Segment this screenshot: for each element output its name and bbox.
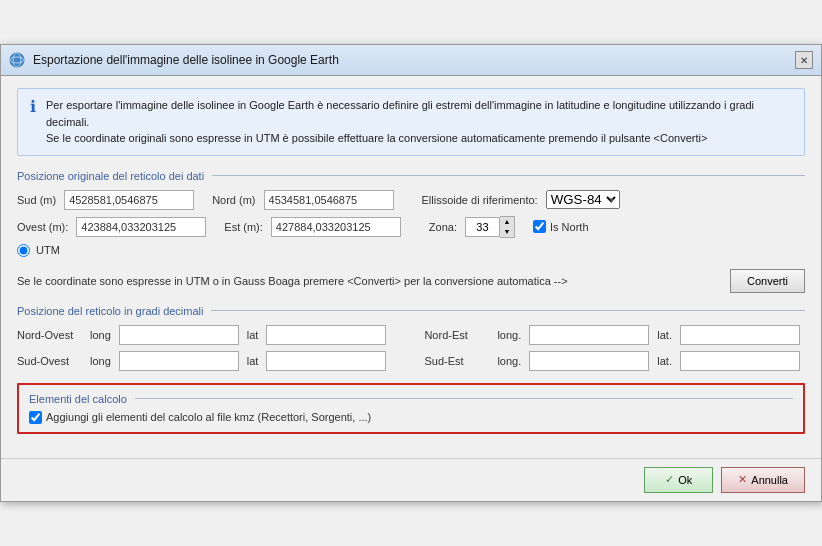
nord-est-lat-input[interactable] [680, 325, 800, 345]
posizione-gradi-section: Posizione del reticolo in gradi decimali… [17, 305, 805, 371]
sud-label: Sud (m) [17, 194, 56, 206]
converti-button[interactable]: Converti [730, 269, 805, 293]
window-icon [9, 52, 25, 68]
nord-label: Nord (m) [212, 194, 255, 206]
nord-est-long-input[interactable] [529, 325, 649, 345]
window-title: Esportazione dell'immagine delle isoline… [33, 53, 339, 67]
nord-ovest-lat-input[interactable] [266, 325, 386, 345]
zona-input[interactable] [465, 217, 500, 237]
titlebar: Esportazione dell'immagine delle isoline… [1, 45, 821, 76]
ovest-input[interactable] [76, 217, 206, 237]
utm-radio[interactable] [17, 244, 30, 257]
zona-up-button[interactable]: ▲ [500, 217, 514, 227]
info-box: ℹ Per esportare l'immagine delle isoline… [17, 88, 805, 156]
utm-radio-row: UTM [17, 244, 805, 257]
ellissoide-label: Ellissoide di riferimento: [422, 194, 538, 206]
posizione-originale-title: Posizione originale del reticolo dei dat… [17, 170, 805, 182]
nord-est-lat-label: lat. [657, 329, 672, 341]
sud-ovest-long-label: long [90, 355, 111, 367]
sud-est-long-label: long. [497, 355, 521, 367]
ellissoide-wrapper: WGS-84 [546, 190, 620, 209]
sud-est-long-input[interactable] [529, 351, 649, 371]
nord-ovest-lat-label: lat [247, 329, 259, 341]
footer: ✓ Ok ✕ Annulla [1, 458, 821, 501]
zona-spinner-buttons: ▲ ▼ [500, 216, 515, 238]
est-input[interactable] [271, 217, 401, 237]
gradi-row1: Nord-Ovest long lat Nord-Est long. lat. [17, 325, 805, 345]
nord-est-long-label: long. [497, 329, 521, 341]
converti-text: Se le coordinate sono espresse in UTM o … [17, 275, 720, 287]
sud-input[interactable] [64, 190, 194, 210]
nord-ovest-long-input[interactable] [119, 325, 239, 345]
titlebar-left: Esportazione dell'immagine delle isoline… [9, 52, 339, 68]
gradi-row2: Sud-Ovest long lat Sud-Est long. lat. [17, 351, 805, 371]
sud-ovest-label: Sud-Ovest [17, 355, 82, 367]
close-button[interactable]: ✕ [795, 51, 813, 69]
calc-checkbox-row: Aggiungi gli elementi del calcolo al fil… [29, 411, 793, 424]
posizione-gradi-title: Posizione del reticolo in gradi decimali [17, 305, 805, 317]
is-north-checkbox[interactable] [533, 220, 546, 233]
nord-ovest-long-label: long [90, 329, 111, 341]
annulla-label: Annulla [751, 474, 788, 486]
zona-down-button[interactable]: ▼ [500, 227, 514, 237]
calc-section: Elementi del calcolo Aggiungi gli elemen… [17, 383, 805, 434]
calc-checkbox-label: Aggiungi gli elementi del calcolo al fil… [46, 411, 371, 423]
sud-est-lat-label: lat. [657, 355, 672, 367]
ellissoide-select[interactable]: WGS-84 [546, 190, 620, 209]
content-area: ℹ Per esportare l'immagine delle isoline… [1, 76, 821, 458]
posizione-originale-section: Posizione originale del reticolo dei dat… [17, 170, 805, 257]
row-ovest-est: Ovest (m): Est (m): Zona: ▲ ▼ Is North [17, 216, 805, 238]
sud-ovest-long-input[interactable] [119, 351, 239, 371]
nord-ovest-label: Nord-Ovest [17, 329, 82, 341]
svg-point-0 [10, 53, 24, 67]
ok-label: Ok [678, 474, 692, 486]
row-sud-nord: Sud (m) Nord (m) Ellissoide di riferimen… [17, 190, 805, 210]
info-text-line1: Per esportare l'immagine delle isolinee … [46, 97, 792, 130]
converti-row: Se le coordinate sono espresse in UTM o … [17, 269, 805, 293]
sud-ovest-lat-input[interactable] [266, 351, 386, 371]
ok-icon: ✓ [665, 473, 674, 486]
is-north-label: Is North [550, 221, 589, 233]
calc-title: Elementi del calcolo [29, 393, 793, 405]
nord-est-label: Nord-Est [424, 329, 489, 341]
zona-label: Zona: [429, 221, 457, 233]
info-text-block: Per esportare l'immagine delle isolinee … [46, 97, 792, 147]
calc-checkbox[interactable] [29, 411, 42, 424]
annulla-icon: ✕ [738, 473, 747, 486]
est-label: Est (m): [224, 221, 263, 233]
utm-label: UTM [36, 244, 60, 256]
zona-spinner: ▲ ▼ [465, 216, 515, 238]
ok-button[interactable]: ✓ Ok [644, 467, 713, 493]
annulla-button[interactable]: ✕ Annulla [721, 467, 805, 493]
main-window: Esportazione dell'immagine delle isoline… [0, 44, 822, 502]
sud-est-label: Sud-Est [424, 355, 489, 367]
sud-ovest-lat-label: lat [247, 355, 259, 367]
info-icon: ℹ [30, 97, 36, 118]
ovest-label: Ovest (m): [17, 221, 68, 233]
nord-input[interactable] [264, 190, 394, 210]
sud-est-lat-input[interactable] [680, 351, 800, 371]
info-text-line2: Se le coordinate originali sono espresse… [46, 130, 792, 147]
is-north-checkbox-row: Is North [533, 220, 589, 233]
